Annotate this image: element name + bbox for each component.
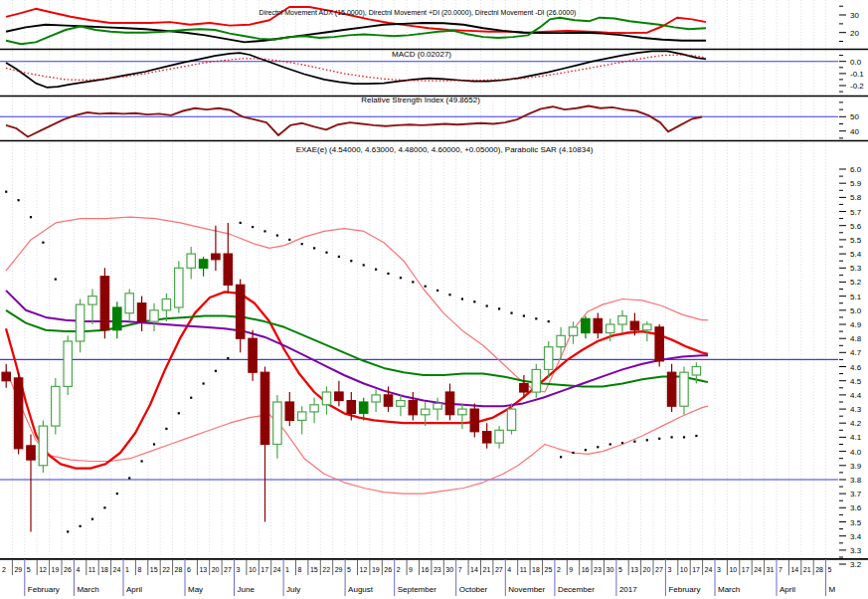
sar-dot (646, 439, 648, 441)
week-label: 7 (779, 566, 782, 573)
candle (113, 307, 121, 330)
month-label: March (718, 585, 740, 594)
week-label: 28 (175, 566, 183, 573)
candle (507, 409, 515, 430)
price-axis-label: 5.2 (850, 278, 862, 287)
week-label: 17 (692, 566, 700, 573)
price-axis-label: 4.2 (850, 419, 862, 428)
sar-dot (5, 191, 7, 193)
y-axis-label: -0.1 (850, 70, 864, 79)
week-label: 20 (643, 566, 651, 573)
rsi-line (6, 106, 702, 137)
candle (594, 318, 602, 332)
week-label: 27 (655, 566, 663, 573)
sar-dot (313, 247, 315, 249)
week-label: 3 (717, 566, 721, 573)
candle (162, 300, 170, 310)
sar-dot (190, 397, 192, 399)
candle (298, 412, 306, 421)
week-label: 17 (742, 566, 750, 573)
price-axis-label: 5.6 (850, 222, 862, 231)
price-axis-label: 4.0 (850, 448, 862, 457)
week-label: 5 (347, 566, 351, 573)
week-label: 3 (237, 566, 241, 573)
sar-dot (363, 264, 365, 266)
month-label: M (829, 585, 836, 594)
price-axis-label: 3.9 (850, 462, 862, 471)
week-label: 1 (125, 566, 129, 573)
week-label: 2 (397, 566, 401, 573)
week-label: 20 (212, 566, 220, 573)
chart-window: 30200.0-0.1-0.250406.05.95.85.75.65.55.4… (0, 0, 868, 599)
week-label: 7 (458, 566, 462, 573)
sar-dot (473, 300, 475, 302)
week-label: 30 (445, 566, 453, 573)
candle (150, 310, 158, 321)
sar-dot (42, 242, 44, 244)
y-axis-label: 20 (850, 29, 859, 38)
y-axis-label: 30 (850, 11, 859, 20)
price-axis-label: 3.4 (850, 532, 862, 541)
sar-dot (572, 452, 574, 454)
sar-dot (263, 230, 265, 232)
week-label: 14 (470, 566, 478, 573)
candle (397, 401, 405, 407)
month-label: October (459, 585, 488, 594)
price-axis-label: 5.8 (850, 193, 862, 202)
week-label: 28 (815, 566, 823, 573)
price-axis-label: 5.9 (850, 179, 862, 188)
candle (384, 395, 392, 406)
candle (335, 392, 343, 401)
month-label: February (28, 585, 60, 594)
candle (310, 405, 318, 412)
candle (237, 285, 245, 338)
month-label: December (558, 585, 595, 594)
sar-dot (203, 382, 205, 384)
candle (100, 277, 108, 330)
month-label: 2017 (619, 585, 637, 594)
week-label: 13 (199, 566, 207, 573)
month-label: July (286, 585, 300, 594)
month-label: June (238, 585, 256, 594)
price-axis-label: 4.8 (850, 334, 862, 343)
sar-dot (338, 256, 340, 258)
candle (187, 254, 195, 268)
candle (249, 338, 257, 372)
week-label: 2 (2, 566, 6, 573)
sar-dot (597, 446, 599, 448)
sar-dot (448, 294, 450, 296)
candle (495, 430, 503, 443)
candle (692, 367, 700, 376)
week-label: 2 (557, 566, 561, 573)
candle (372, 395, 380, 402)
week-label: 14 (790, 566, 798, 573)
price-axis-label: 3.7 (850, 490, 862, 499)
week-label: 9 (409, 566, 413, 573)
sar-dot (91, 518, 93, 520)
y-axis-label: -0.2 (850, 82, 864, 91)
candle (470, 409, 478, 432)
week-label: 15 (150, 566, 158, 573)
week-label: 5 (618, 566, 622, 573)
sar-dot (276, 235, 278, 237)
week-label: 13 (630, 566, 638, 573)
bollinger-upper-band (6, 217, 708, 392)
price-axis-label: 3.8 (850, 476, 862, 485)
week-label: 4 (507, 566, 511, 573)
week-label: 11 (520, 566, 527, 573)
candle (445, 392, 453, 415)
sar-dot (535, 317, 537, 319)
candle (39, 426, 47, 466)
candle (260, 372, 268, 444)
sar-dot (30, 216, 32, 218)
sar-dot (548, 320, 550, 322)
sar-dot (412, 281, 414, 283)
sar-dot (683, 436, 685, 438)
candle (582, 318, 590, 332)
candle (14, 378, 22, 449)
week-label: 12 (39, 566, 47, 573)
candle (680, 372, 688, 406)
sar-dot (80, 525, 82, 527)
week-label: 10 (249, 566, 257, 573)
minus-di-line (6, 18, 706, 45)
